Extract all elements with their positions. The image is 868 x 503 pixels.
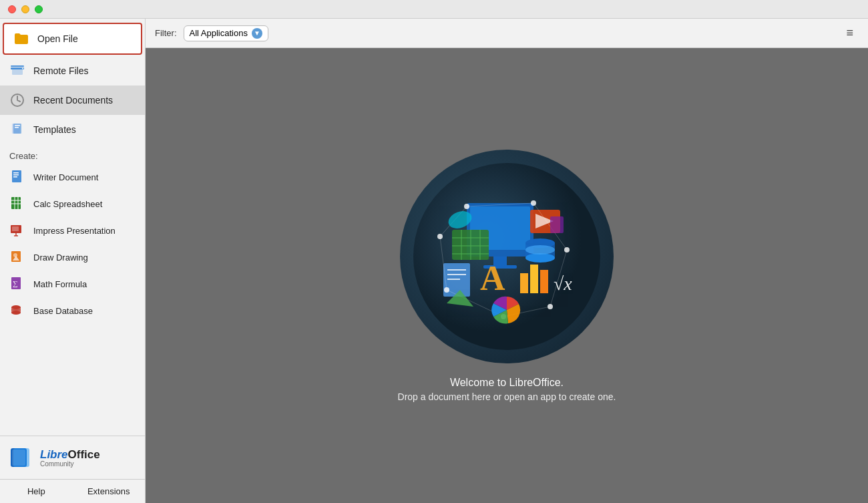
content-area: Filter: All Applications ▼ ≡ bbox=[146, 19, 868, 503]
sidebar: Open File Remote Files bbox=[0, 19, 146, 503]
sidebar-item-remote-files[interactable]: Remote Files bbox=[0, 56, 145, 86]
sidebar-nav: Open File Remote Files bbox=[0, 19, 145, 436]
filter-label: Filter: bbox=[155, 28, 177, 38]
recent-icon bbox=[9, 92, 25, 108]
svg-text:√x: √x bbox=[554, 273, 572, 294]
svg-point-3 bbox=[22, 68, 23, 69]
svg-point-29 bbox=[11, 311, 21, 315]
svg-rect-11 bbox=[13, 174, 19, 176]
welcome-line2: Drop a document here or open an app to c… bbox=[398, 391, 616, 402]
logo-libre: Libre bbox=[40, 448, 68, 461]
hamburger-icon: ≡ bbox=[846, 26, 853, 40]
create-item-writer-document[interactable]: Writer Document bbox=[0, 164, 145, 190]
writer-icon bbox=[9, 169, 25, 185]
remote-icon bbox=[9, 63, 25, 79]
libreoffice-logo: LibreOffice Community bbox=[0, 436, 145, 479]
create-item-base-database[interactable]: Base Database bbox=[0, 297, 145, 324]
svg-rect-13 bbox=[11, 197, 21, 209]
svg-rect-12 bbox=[13, 176, 17, 178]
svg-rect-52 bbox=[520, 273, 528, 293]
maximize-button[interactable] bbox=[35, 5, 43, 13]
draw-icon bbox=[9, 249, 25, 265]
create-item-label: Calc Spreadsheet bbox=[33, 199, 102, 209]
svg-rect-77 bbox=[550, 216, 564, 233]
minimize-button[interactable] bbox=[21, 5, 29, 13]
logo-icon bbox=[9, 446, 33, 470]
svg-rect-0 bbox=[11, 65, 24, 67]
filter-value: All Applications bbox=[190, 28, 248, 38]
calc-icon bbox=[9, 196, 25, 212]
base-icon bbox=[9, 303, 25, 319]
sidebar-bottom: Help Extensions bbox=[0, 479, 145, 503]
close-button[interactable] bbox=[8, 5, 16, 13]
svg-rect-19 bbox=[12, 226, 19, 231]
toolbar: Filter: All Applications ▼ ≡ bbox=[146, 19, 868, 48]
svg-rect-30 bbox=[11, 309, 21, 311]
svg-rect-10 bbox=[13, 172, 19, 174]
svg-rect-54 bbox=[540, 270, 548, 293]
libreoffice-graphic: A √x bbox=[400, 150, 614, 363]
svg-rect-7 bbox=[15, 125, 20, 126]
svg-rect-8 bbox=[15, 127, 19, 128]
filter-select[interactable]: All Applications ▼ bbox=[184, 25, 268, 41]
create-item-draw-drawing[interactable]: Draw Drawing bbox=[0, 244, 145, 271]
create-item-label: Writer Document bbox=[33, 172, 98, 182]
extensions-button[interactable]: Extensions bbox=[73, 480, 146, 503]
logo-office: Office bbox=[68, 448, 100, 461]
sidebar-item-label: Recent Documents bbox=[33, 95, 113, 106]
create-item-impress-presentation[interactable]: Impress Presentation bbox=[0, 217, 145, 244]
drop-area[interactable]: A √x bbox=[146, 48, 868, 503]
svg-rect-33 bbox=[12, 450, 25, 466]
sidebar-item-label: Templates bbox=[33, 124, 76, 135]
svg-point-23 bbox=[13, 253, 17, 257]
svg-text:A: A bbox=[480, 259, 505, 297]
svg-point-50 bbox=[525, 253, 555, 263]
welcome-graphic-svg: A √x bbox=[407, 156, 607, 357]
logo-name: LibreOffice bbox=[40, 448, 100, 462]
svg-point-51 bbox=[525, 245, 555, 255]
menu-button[interactable]: ≡ bbox=[841, 23, 859, 43]
create-item-calc-spreadsheet[interactable]: Calc Spreadsheet bbox=[0, 190, 145, 217]
template-icon bbox=[9, 122, 25, 138]
welcome-text: Welcome to LibreOffice. Drop a document … bbox=[398, 377, 616, 402]
logo-text-container: LibreOffice Community bbox=[40, 448, 100, 468]
svg-text:∑: ∑ bbox=[13, 279, 18, 288]
sidebar-item-templates[interactable]: Templates bbox=[0, 115, 145, 144]
svg-rect-53 bbox=[530, 265, 538, 293]
sidebar-item-label: Remote Files bbox=[33, 65, 88, 76]
folder-icon bbox=[13, 31, 29, 47]
help-button[interactable]: Help bbox=[0, 480, 73, 503]
sidebar-item-open-file[interactable]: Open File bbox=[3, 23, 142, 55]
create-section-label: Create: bbox=[0, 144, 145, 164]
titlebar bbox=[0, 0, 868, 19]
math-icon: ∑ bbox=[9, 276, 25, 292]
create-item-label: Base Database bbox=[33, 306, 93, 316]
create-item-label: Math Formula bbox=[33, 279, 87, 289]
sidebar-item-label: Open File bbox=[37, 33, 78, 44]
impress-icon bbox=[9, 222, 25, 238]
create-item-label: Impress Presentation bbox=[33, 226, 116, 236]
sidebar-item-recent-documents[interactable]: Recent Documents bbox=[0, 86, 145, 115]
welcome-line1: Welcome to LibreOffice. bbox=[398, 377, 616, 389]
create-item-math-formula[interactable]: ∑ Math Formula bbox=[0, 271, 145, 297]
main-layout: Open File Remote Files bbox=[0, 19, 868, 503]
chevron-down-icon: ▼ bbox=[252, 28, 262, 39]
create-item-label: Draw Drawing bbox=[33, 253, 88, 263]
